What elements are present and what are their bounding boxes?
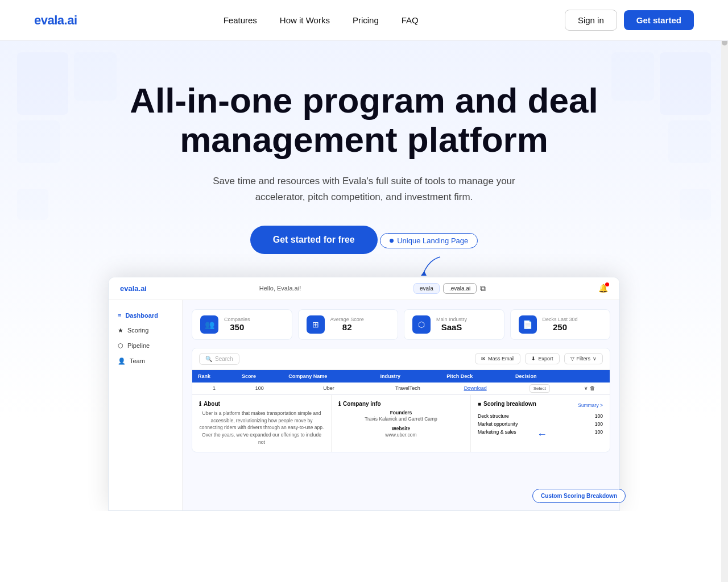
stat-companies-info: Companies 350 bbox=[224, 317, 250, 332]
bg-block-3 bbox=[660, 52, 711, 115]
stat-industry-info: Main Industry SaaS bbox=[436, 317, 467, 332]
sidebar-team-label: Team bbox=[130, 357, 145, 364]
sidebar-item-dashboard[interactable]: ≡ Dashboard bbox=[109, 308, 182, 323]
download-link[interactable]: Download bbox=[464, 385, 487, 391]
cell-rank: 1 bbox=[192, 383, 236, 394]
hero-cta-button[interactable]: Get started for free bbox=[250, 226, 378, 254]
scoring-value-2: 100 bbox=[595, 421, 603, 427]
navbar: evala.ai Features How it Works Pricing F… bbox=[0, 0, 728, 41]
signin-button[interactable]: Sign in bbox=[565, 10, 617, 31]
sidebar-scoring-label: Scoring bbox=[127, 327, 148, 334]
company-info-title-text: Company info bbox=[343, 401, 381, 407]
sidebar-item-team[interactable]: 👤 Team bbox=[109, 354, 182, 369]
scoring-header: ■ Scoring breakdown Summary > bbox=[478, 401, 603, 410]
scoring-label-2: Market opportunity bbox=[478, 421, 518, 427]
db-main: 👥 Companies 350 ⊞ Average Score 82 bbox=[183, 300, 619, 510]
stat-companies-label: Companies bbox=[224, 317, 250, 322]
detail-scoring: ■ Scoring breakdown Summary > Deck struc… bbox=[471, 395, 610, 452]
scoring-arrow: ← bbox=[537, 429, 547, 440]
company-info-icon: ℹ bbox=[338, 401, 341, 407]
cell-decision: Select bbox=[510, 383, 569, 394]
th-rank: Rank bbox=[192, 370, 236, 383]
db-hello: Hello, Evala.ai! bbox=[259, 285, 301, 292]
stat-industry-icon: ⬡ bbox=[412, 315, 431, 334]
cell-company: Uber bbox=[283, 383, 374, 394]
stat-companies-icon: 👥 bbox=[200, 315, 218, 334]
logo-text: evala.ai bbox=[34, 13, 77, 27]
db-search-box[interactable]: 🔍 Search bbox=[199, 353, 239, 365]
mass-email-label: Mass Email bbox=[488, 356, 515, 361]
nav-pricing[interactable]: Pricing bbox=[353, 15, 379, 25]
cell-deck: Download bbox=[441, 383, 510, 394]
logo[interactable]: evala.ai bbox=[34, 13, 77, 28]
detail-company-info: ℹ Company info Founders Travis Kalanick … bbox=[332, 395, 471, 452]
th-actions bbox=[569, 370, 610, 383]
sidebar-dashboard-label: Dashboard bbox=[125, 312, 158, 319]
nav-features[interactable]: Features bbox=[224, 15, 257, 25]
filters-chevron: ∨ bbox=[593, 356, 597, 361]
cell-expand[interactable]: ∨ 🗑 bbox=[569, 383, 610, 394]
th-decision: Decision bbox=[510, 370, 569, 383]
nav-how-it-works[interactable]: How it Works bbox=[280, 15, 330, 25]
db-url-pill-2: .evala.ai bbox=[443, 283, 477, 294]
nav-links: Features How it Works Pricing FAQ bbox=[224, 15, 419, 25]
scoring-title: ■ Scoring breakdown bbox=[478, 401, 536, 407]
copy-icon[interactable]: ⧉ bbox=[480, 284, 486, 293]
scoring-value-1: 100 bbox=[595, 413, 603, 419]
about-title: ℹ About bbox=[199, 401, 324, 407]
decision-select[interactable]: Select bbox=[530, 384, 550, 393]
scoring-item-2: Market opportunity 100 bbox=[478, 420, 603, 428]
filter-icon: ▽ bbox=[570, 356, 574, 361]
db-url-bar: evala .evala.ai ⧉ bbox=[413, 283, 486, 294]
sidebar-item-scoring[interactable]: ★ Scoring bbox=[109, 323, 182, 338]
db-url-pill-1: evala bbox=[413, 283, 440, 294]
db-topbar: evala.ai Hello, Evala.ai! evala .evala.a… bbox=[109, 277, 619, 300]
about-text: Uber is a platform that makes transporta… bbox=[199, 410, 324, 446]
dashboard-preview: evala.ai Hello, Evala.ai! evala .evala.a… bbox=[108, 277, 620, 511]
th-company: Company Name bbox=[283, 370, 374, 383]
bg-block-7 bbox=[17, 189, 48, 220]
bg-block-6 bbox=[668, 120, 711, 163]
db-table-toolbar: 🔍 Search ✉ Mass Email ⬇ Export bbox=[192, 348, 610, 370]
callout-dot bbox=[390, 239, 394, 243]
summary-label: Summary bbox=[578, 402, 598, 408]
getstarted-button[interactable]: Get started bbox=[624, 10, 694, 30]
nav-faq[interactable]: FAQ bbox=[402, 15, 419, 25]
summary-link[interactable]: Summary > bbox=[578, 402, 603, 408]
stat-decks-value: 250 bbox=[543, 322, 578, 332]
scrollbar-track[interactable] bbox=[721, 0, 728, 511]
export-button[interactable]: ⬇ Export bbox=[525, 353, 559, 364]
stat-decks-info: Decks Last 30d 250 bbox=[543, 317, 578, 332]
db-toolbar-actions: ✉ Mass Email ⬇ Export ▽ Filters bbox=[475, 353, 603, 364]
export-label: Export bbox=[538, 356, 553, 361]
stat-decks-label: Decks Last 30d bbox=[543, 317, 578, 322]
db-body: ≡ Dashboard ★ Scoring ⬡ Pipeline 👤 Team bbox=[109, 300, 619, 510]
custom-scoring-badge[interactable]: Custom Scoring Breakdown bbox=[532, 489, 626, 503]
pipeline-icon: ⬡ bbox=[118, 342, 123, 350]
mass-email-button[interactable]: ✉ Mass Email bbox=[475, 353, 521, 364]
db-table-area: 🔍 Search ✉ Mass Email ⬇ Export bbox=[192, 348, 610, 452]
db-notification-dot bbox=[605, 282, 609, 286]
scoring-label-1: Deck structure bbox=[478, 413, 509, 419]
bg-block-1 bbox=[17, 52, 68, 115]
hero-title: All-in-one program and deal management p… bbox=[108, 81, 620, 160]
website-label: Website bbox=[338, 426, 464, 431]
stat-score-icon: ⊞ bbox=[307, 315, 325, 334]
detail-about: ℹ About Uber is a platform that makes tr… bbox=[192, 395, 332, 452]
sidebar-item-pipeline[interactable]: ⬡ Pipeline bbox=[109, 338, 182, 354]
scoring-item-1: Deck structure 100 bbox=[478, 412, 603, 420]
bg-block-5 bbox=[17, 120, 60, 163]
cell-industry: TravelTech bbox=[375, 383, 441, 394]
callout-area: Unique Landing Page bbox=[380, 233, 478, 282]
db-sidebar: ≡ Dashboard ★ Scoring ⬡ Pipeline 👤 Team bbox=[109, 300, 183, 510]
stat-decks-icon: 📄 bbox=[519, 315, 537, 334]
stat-score-info: Average Score 82 bbox=[330, 317, 364, 332]
search-placeholder: Search bbox=[215, 356, 233, 362]
detail-row: ℹ About Uber is a platform that makes tr… bbox=[192, 394, 610, 452]
company-info-title: ℹ Company info bbox=[338, 401, 464, 407]
filters-button[interactable]: ▽ Filters ∨ bbox=[564, 353, 603, 364]
scoring-icon: ★ bbox=[118, 327, 123, 334]
db-bell[interactable]: 🔔 bbox=[598, 284, 608, 293]
callout-label: Unique Landing Page bbox=[397, 236, 468, 245]
founders-label: Founders bbox=[338, 410, 464, 415]
